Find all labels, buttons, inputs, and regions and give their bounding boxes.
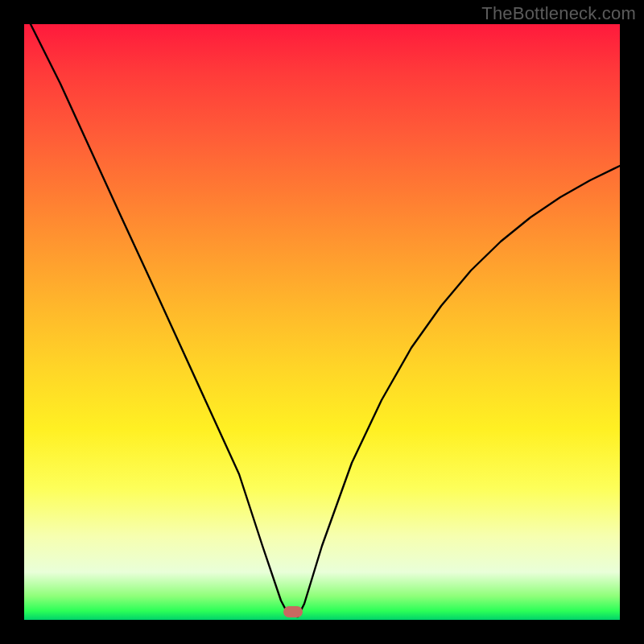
bottleneck-curve <box>24 24 620 620</box>
chart-area <box>24 24 620 620</box>
watermark-text: TheBottleneck.com <box>481 3 636 24</box>
curve-path <box>31 24 620 617</box>
optimal-point-marker <box>283 606 303 617</box>
